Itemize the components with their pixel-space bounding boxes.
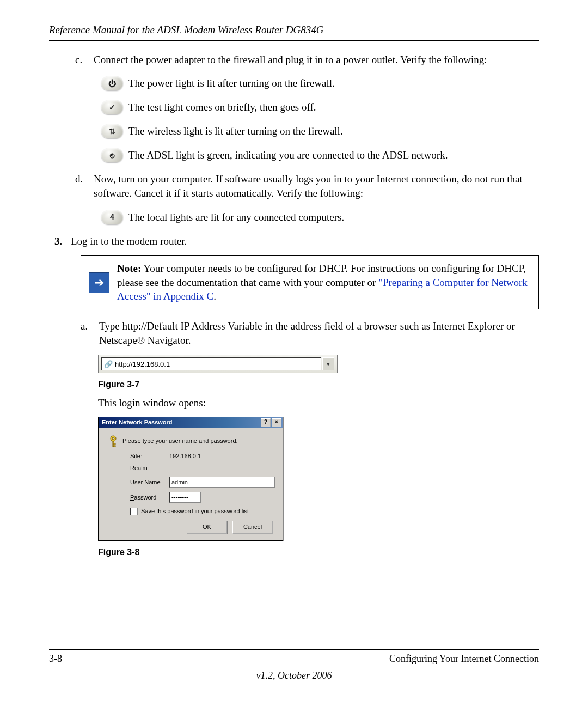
arrow-right-icon: ➔ [89, 272, 109, 293]
note-tail: . [213, 290, 216, 302]
save-password-checkbox[interactable] [130, 508, 138, 515]
dialog-title: Enter Network Password [102, 418, 173, 427]
item-c-label: c. [75, 53, 94, 67]
wireless-text: The wireless light is lit after turning … [128, 124, 343, 138]
item-d-text: Now, turn on your computer. If software … [94, 172, 539, 200]
page-footer: 3-8 Configuring Your Internet Connection… [49, 649, 539, 682]
power-icon: ⏻ [101, 76, 123, 90]
step-3: 3. Log in to the modem router. [54, 234, 539, 248]
list-item-c: c. Connect the power adapter to the fire… [75, 53, 539, 67]
list-item-a: a. Type http://Default IP Address Variab… [81, 319, 539, 347]
number-4-icon: 4 [101, 210, 123, 224]
close-button[interactable]: × [272, 418, 281, 427]
page-number: 3-8 [49, 652, 62, 665]
footer-rule [49, 649, 539, 650]
list-item-d: d. Now, turn on your computer. If softwa… [75, 172, 539, 200]
section-title: Configuring Your Internet Connection [389, 652, 539, 665]
password-label: Password [130, 494, 169, 502]
address-dropdown-button[interactable]: ▾ [322, 357, 334, 370]
username-field[interactable]: admin [169, 477, 275, 488]
site-label: Site: [130, 452, 169, 460]
address-bar: 🔗 http://192.168.0.1 ▾ [98, 355, 338, 373]
svg-rect-3 [114, 443, 115, 445]
password-field[interactable]: •••••••• [169, 492, 201, 503]
dialog-title-bar: Enter Network Password ? × [99, 417, 283, 428]
login-dialog: Enter Network Password ? × [98, 417, 283, 541]
site-value: 192.168.0.1 [169, 452, 201, 460]
page-header: Reference Manual for the ADSL Modem Wire… [49, 23, 539, 37]
step-3-label: 3. [54, 234, 71, 248]
adsl-text: The ADSL light is green, indicating you … [128, 148, 448, 162]
item-a-label: a. [81, 319, 99, 347]
adsl-icon: ⎋ [101, 148, 123, 162]
local-text: The local lights are lit for any connect… [128, 210, 344, 224]
cancel-button[interactable]: Cancel [232, 521, 273, 534]
note-body: Note: Your computer needs to be configur… [111, 261, 532, 303]
figure-3-8-label: Figure 3-8 [98, 546, 539, 558]
globe-icon: 🔗 [104, 360, 113, 369]
realm-label: Realm [130, 464, 169, 472]
power-text: The power light is lit after turning on … [128, 76, 335, 90]
wireless-icon: ⇅ [101, 124, 123, 138]
help-button[interactable]: ? [261, 418, 271, 427]
ok-button[interactable]: OK [187, 521, 227, 534]
svg-rect-4 [114, 446, 115, 447]
save-password-label: Save this password in your password list [141, 507, 249, 515]
after-fig7-text: This login window opens: [98, 396, 539, 410]
address-url: http://192.168.0.1 [115, 360, 170, 369]
svg-point-1 [112, 437, 114, 440]
header-rule [49, 40, 539, 41]
check-icon: ✓ [101, 100, 123, 114]
figure-3-7-label: Figure 3-7 [98, 379, 539, 391]
address-field[interactable]: 🔗 http://192.168.0.1 [101, 357, 321, 370]
version-text: v1.2, October 2006 [49, 669, 539, 682]
key-icon [106, 435, 122, 448]
item-d-label: d. [75, 172, 94, 200]
username-label: User Name [130, 478, 169, 486]
dialog-prompt: Please type your user name and password. [122, 437, 238, 445]
note-bold: Note: [117, 263, 141, 274]
item-c-text: Connect the power adapter to the firewal… [94, 53, 539, 67]
note-box: ➔ Note: Your computer needs to be config… [81, 255, 539, 309]
test-text: The test light comes on briefly, then go… [128, 100, 316, 114]
step-3-text: Log in to the modem router. [71, 234, 539, 248]
item-a-text: Type http://Default IP Address Variable … [99, 319, 539, 347]
